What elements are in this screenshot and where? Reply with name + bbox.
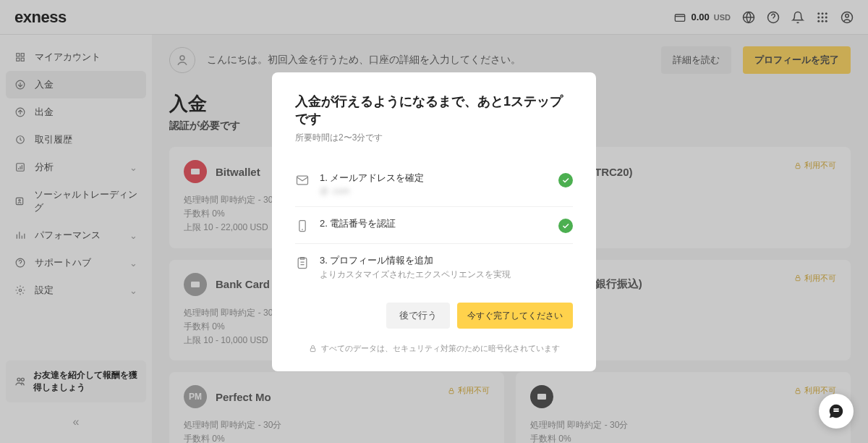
step-desc: @ .com: [320, 186, 548, 196]
step-label: 3. プロフィール情報を追加: [320, 254, 573, 267]
step-label: 2. 電話番号を認証: [320, 217, 548, 230]
check-icon: [558, 173, 573, 187]
step-icon: [295, 256, 310, 270]
lock-icon: [309, 345, 317, 353]
step-icon: [295, 219, 310, 233]
modal-footer: すべてのデータは、セキュリティ対策のために暗号化されています: [295, 343, 573, 354]
svg-rect-40: [297, 176, 308, 185]
later-button[interactable]: 後で行う: [386, 303, 450, 329]
modal-actions: 後で行う 今すぐ完了してください: [295, 303, 573, 329]
step-label: 1. メールアドレスを確定: [320, 172, 548, 185]
footer-text: すべてのデータは、セキュリティ対策のために暗号化されています: [321, 343, 560, 354]
onboarding-modal: 入金が行えるようになるまで、あと1ステップです 所要時間は2〜3分です 1. メ…: [272, 72, 596, 371]
onboarding-step: 1. メールアドレスを確定 @ .com: [295, 161, 573, 207]
svg-rect-43: [310, 348, 315, 352]
modal-overlay: 入金が行えるようになるまで、あと1ステップです 所要時間は2〜3分です 1. メ…: [0, 0, 868, 443]
modal-subtitle: 所要時間は2〜3分です: [295, 132, 573, 144]
chat-button[interactable]: [819, 394, 854, 429]
check-icon: [558, 219, 573, 233]
complete-now-button[interactable]: 今すぐ完了してください: [457, 303, 573, 329]
step-icon: [295, 173, 310, 187]
step-desc: よりカスタマイズされたエクスペリエンスを実現: [320, 269, 573, 281]
onboarding-step: 2. 電話番号を認証: [295, 207, 573, 244]
modal-title: 入金が行えるようになるまで、あと1ステップです: [295, 93, 573, 127]
onboarding-step: 3. プロフィール情報を追加 よりカスタマイズされたエクスペリエンスを実現: [295, 244, 573, 291]
